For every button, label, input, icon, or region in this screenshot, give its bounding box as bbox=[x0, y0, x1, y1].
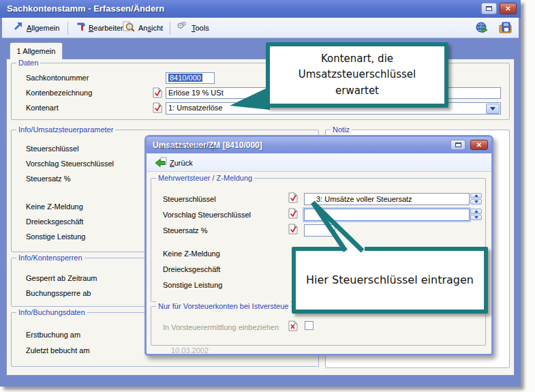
group-mwst-title: Mehrwertsteuer / Z-Meldung bbox=[156, 173, 254, 183]
main-toolbar: Allgemein Bearbeiten Ansicht ⚙⚙ Tools bbox=[2, 18, 519, 38]
kontenart-value: 1: Umsatzerlöse bbox=[168, 104, 222, 112]
vorschlag-steuerschluessel-input[interactable] bbox=[304, 209, 470, 221]
dialog-inner: Umsatzsteuer/ZM [8410/000] ✕ Zurück Mehr… bbox=[147, 137, 491, 354]
save-icon[interactable] bbox=[499, 21, 513, 36]
group-vorsteuer-title: Nur für Vorsteuerkonten bei Istversteue bbox=[156, 301, 290, 311]
menu-ansicht-rest: icht bbox=[151, 24, 163, 32]
steuersatz-input[interactable] bbox=[304, 224, 335, 237]
dialog-label-vorschlag: Vorschlag Steuerschlüssel bbox=[163, 211, 251, 219]
sachkontonummer-value: 8410/000 bbox=[168, 74, 202, 82]
dialog-title: Umsatzsteuer/ZM [8410/000] bbox=[153, 137, 262, 153]
tab-allgemein[interactable]: 1 Allgemein bbox=[10, 42, 63, 59]
sachkontonummer-input[interactable]: 8410/000 bbox=[166, 72, 215, 84]
menu-bearbeiten[interactable]: Bearbeiten bbox=[89, 22, 125, 35]
vorschlag-spinner[interactable] bbox=[470, 209, 482, 221]
callout-steuerschluessel: Hier Steuerschlüssel eintragen bbox=[292, 247, 488, 314]
main-titlebar: Sachkontenstamm - Erfassen/Ändern ✕ bbox=[0, 0, 521, 18]
steuerschluessel-value: 3: Umsätze voller Steuersatz bbox=[316, 195, 412, 203]
label-vorsteuerermittlung: In Vorsteuerermittlung einbeziehen bbox=[163, 323, 279, 331]
label-kontenart: Kontenart bbox=[26, 104, 59, 112]
chevron-down-icon bbox=[490, 107, 495, 110]
callout-kontenart: Kontenart, die Umsatzsteuerschlüssel erw… bbox=[266, 42, 448, 108]
steuerschluessel-spinner[interactable] bbox=[470, 193, 482, 205]
label-zuletzt-bebucht: Zuletzt bebucht am bbox=[26, 346, 90, 355]
restore-icon bbox=[455, 142, 461, 147]
check-icon bbox=[288, 192, 298, 203]
label-steuersatz: Steuersatz % bbox=[26, 175, 70, 183]
globe-refresh-icon[interactable] bbox=[475, 21, 489, 36]
label-kontenbezeichnung: Kontenbezeichnung bbox=[26, 89, 92, 97]
label-keine-z-meldung: Keine Z-Meldung bbox=[26, 202, 83, 211]
screen: Sachkontenstamm - Erfassen/Ändern ✕ Allg… bbox=[0, 0, 535, 392]
callout-steuerschluessel-text: Hier Steuerschlüssel eintragen bbox=[306, 271, 474, 289]
dialog-label-steuerschluessel: Steuerschlüssel bbox=[163, 195, 216, 203]
minimize-button[interactable] bbox=[481, 3, 497, 14]
zurueck-key: Z bbox=[170, 159, 174, 167]
dialog-label-keine-z-meldung: Keine Z-Meldung bbox=[163, 250, 220, 258]
restore-icon bbox=[486, 6, 492, 11]
label-sachkontonummer: Sachkontonummer bbox=[26, 74, 89, 82]
menu-ansicht-pre: An bbox=[138, 24, 147, 32]
dialog-close-button[interactable]: ✕ bbox=[470, 140, 488, 150]
dialog-titlebar: Umsatzsteuer/ZM [8410/000] ✕ bbox=[147, 137, 491, 153]
check-icon bbox=[288, 208, 298, 219]
label-buchungssperre: Buchungssperre ab bbox=[26, 289, 91, 297]
menu-bearbeiten-rest: earbeiten bbox=[93, 24, 125, 32]
dialog-toolbar: Zurück bbox=[147, 153, 491, 172]
dialog-label-sonstige-leistung: Sonstige Leistung bbox=[163, 281, 222, 289]
dialog-label-steuersatz: Steuersatz % bbox=[163, 226, 207, 235]
menu-tools[interactable]: Tools bbox=[192, 22, 209, 35]
check-icon bbox=[288, 224, 298, 235]
kontenart-dropdown-button[interactable] bbox=[486, 104, 500, 114]
group-buchung-title: Info/Buchungsdaten bbox=[16, 307, 87, 317]
menu-ansicht[interactable]: Ansicht bbox=[138, 22, 163, 35]
check-icon bbox=[153, 87, 162, 98]
x-icon bbox=[288, 320, 298, 331]
menu-allgemein[interactable]: Allgemein bbox=[27, 22, 59, 35]
toolbar-separator bbox=[67, 21, 68, 35]
callout-kontenart-text: Kontenart, die Umsatzsteuerschlüssel erw… bbox=[281, 51, 433, 99]
label-steuerschluessel: Steuerschlüssel bbox=[26, 145, 79, 153]
label-dreiecksgeschaeft: Dreiecksgeschäft bbox=[26, 217, 83, 226]
vorsteuerermittlung-checkbox[interactable] bbox=[305, 321, 314, 330]
group-ust-title: Info/Umsatzsteuerparameter bbox=[16, 125, 115, 134]
spin-down-icon[interactable] bbox=[470, 215, 482, 220]
label-sonstige-leistung: Sonstige Leistung bbox=[26, 232, 85, 241]
label-vorschlag-steuerschluessel: Vorschlag Steuerschlüssel bbox=[26, 160, 114, 168]
label-erstbuchung: Erstbuchung am bbox=[26, 331, 80, 339]
zurueck-arrow-icon bbox=[155, 157, 167, 169]
menu-tools-rest: ools bbox=[196, 24, 209, 32]
toolbar-separator bbox=[170, 21, 170, 35]
close-button[interactable]: ✕ bbox=[500, 3, 517, 14]
allgemein-arrow-icon bbox=[12, 21, 23, 33]
tools-gears-icon: ⚙⚙ bbox=[177, 21, 190, 31]
kontenbezeichnung-value: Erlöse 19 % USt bbox=[168, 89, 224, 97]
umsatzsteuer-dialog: Umsatzsteuer/ZM [8410/000] ✕ Zurück Mehr… bbox=[144, 135, 493, 356]
group-notiz-title: Notiz bbox=[331, 125, 352, 134]
ansicht-magnifier-icon bbox=[123, 21, 135, 33]
steuerschluessel-input[interactable]: 3: Umsätze voller Steuersatz bbox=[304, 193, 470, 205]
zurueck-button[interactable]: Zurück bbox=[170, 157, 193, 170]
dialog-label-dreiecksgeschaeft: Dreiecksgeschäft bbox=[163, 265, 220, 273]
menu-allgemein-rest: llgemein bbox=[31, 24, 59, 32]
window-title: Sachkontenstamm - Erfassen/Ändern bbox=[7, 0, 164, 18]
group-sperren-title: Info/Kontensperren bbox=[16, 253, 85, 262]
spin-up-icon[interactable] bbox=[470, 193, 482, 198]
group-daten-title: Daten bbox=[16, 58, 40, 67]
dialog-minimize-button[interactable] bbox=[450, 140, 465, 150]
bearbeiten-hammer-icon bbox=[76, 21, 87, 33]
label-gesperrt-ab: Gesperrt ab Zeitraum bbox=[26, 274, 97, 282]
spin-down-icon[interactable] bbox=[470, 199, 482, 205]
zurueck-rest: urück bbox=[174, 159, 193, 167]
spin-up-icon[interactable] bbox=[470, 209, 482, 214]
check-icon bbox=[153, 102, 162, 113]
